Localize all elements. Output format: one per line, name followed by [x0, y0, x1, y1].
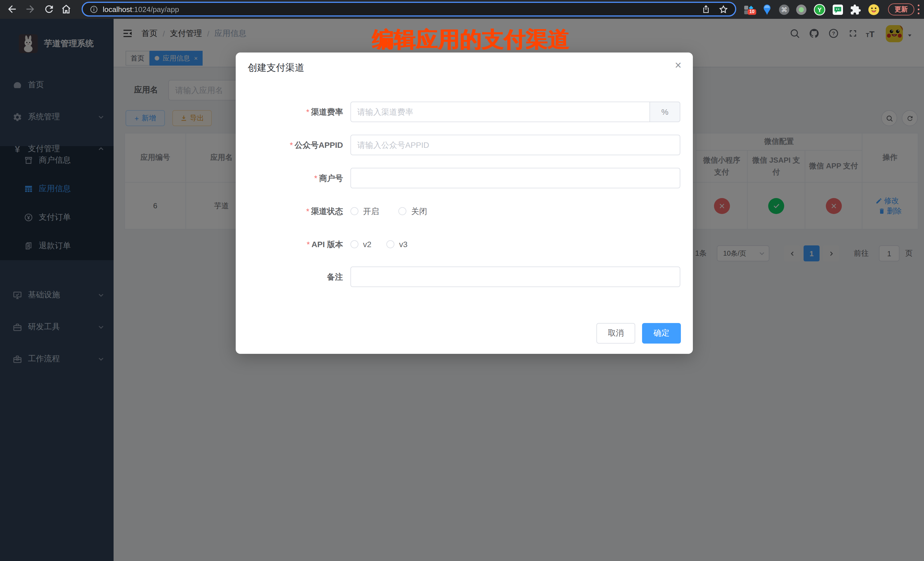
extension-badge: 10: [748, 9, 756, 15]
rate-input[interactable]: [350, 102, 650, 122]
radio-icon: [387, 240, 394, 248]
browser-window: localhost:1024/pay/app ⌘ Y 10 更新: [0, 0, 924, 561]
share-icon[interactable]: [701, 4, 711, 14]
appid-field: [350, 135, 680, 155]
radio-icon: [350, 207, 358, 215]
mch-field: [350, 168, 680, 188]
rate-field: %: [350, 102, 680, 122]
extension-recorder-icon[interactable]: [796, 4, 807, 15]
extension-balloon-icon[interactable]: [761, 4, 773, 15]
status-field: 开启 关闭: [350, 201, 680, 221]
browser-menu-icon[interactable]: [918, 4, 920, 14]
rate-label: *渠道费率: [235, 102, 343, 122]
api-field: v2 v3: [350, 234, 680, 255]
extensions-puzzle-icon[interactable]: [850, 4, 861, 15]
extension-y-icon[interactable]: Y: [814, 4, 825, 15]
address-bar[interactable]: localhost:1024/pay/app: [82, 2, 736, 16]
forward-icon[interactable]: [24, 3, 36, 15]
svg-text:Y: Y: [818, 6, 822, 14]
bookmark-star-icon[interactable]: [718, 4, 728, 14]
mch-label: *商户号: [235, 168, 343, 188]
api-v2-radio[interactable]: v2: [350, 234, 372, 255]
extension-chat-icon[interactable]: [832, 4, 843, 15]
profile-avatar-icon[interactable]: [868, 4, 879, 15]
status-label: *渠道状态: [235, 201, 343, 221]
remark-label: 备注: [235, 267, 343, 287]
api-label: *API 版本: [235, 234, 343, 255]
status-on-radio[interactable]: 开启: [350, 201, 379, 221]
dialog-title: 创建支付渠道: [248, 62, 304, 74]
home-icon[interactable]: [60, 3, 72, 15]
remark-field: [350, 267, 680, 287]
radio-icon: [350, 240, 358, 248]
annotation-text: 编辑应用的支付渠道: [372, 25, 570, 54]
rate-suffix: %: [650, 102, 680, 122]
browser-toolbar: localhost:1024/pay/app ⌘ Y 10 更新: [0, 0, 924, 19]
mch-input[interactable]: [350, 168, 680, 188]
confirm-button[interactable]: 确定: [642, 323, 681, 344]
site-info-icon[interactable]: [90, 5, 98, 14]
back-icon[interactable]: [6, 3, 18, 15]
extension-command-icon[interactable]: ⌘: [778, 4, 790, 15]
reload-icon[interactable]: [44, 3, 55, 15]
browser-update-button[interactable]: 更新: [888, 3, 914, 15]
create-channel-dialog: 创建支付渠道 × *渠道费率 % *公众号APPID *商户号 *渠道状态 开启…: [236, 52, 693, 354]
svg-text:⌘: ⌘: [781, 6, 787, 14]
status-off-radio[interactable]: 关闭: [399, 201, 427, 221]
cancel-button[interactable]: 取消: [596, 323, 635, 344]
url-text: localhost:1024/pay/app: [103, 5, 179, 14]
dialog-close-icon[interactable]: ×: [675, 59, 681, 71]
api-v3-radio[interactable]: v3: [387, 234, 408, 255]
radio-icon: [399, 207, 406, 215]
remark-input[interactable]: [350, 267, 680, 287]
appid-label: *公众号APPID: [235, 135, 343, 155]
appid-input[interactable]: [350, 135, 680, 155]
